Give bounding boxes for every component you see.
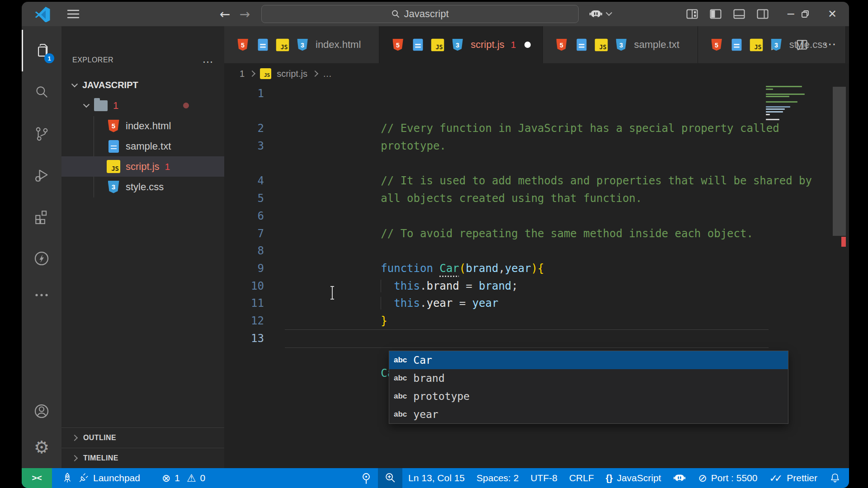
- tree-item[interactable]: 5 JS 3 script.js 1: [61, 156, 224, 177]
- suggestion-item[interactable]: abc Car: [389, 351, 788, 369]
- remote-indicator[interactable]: ><: [22, 468, 52, 488]
- explorer-sidebar: EXPLORER ⋯ JAVASCRIPT 5 JS 3: [61, 26, 224, 468]
- breadcrumb[interactable]: 1 JS script.js …: [224, 63, 849, 84]
- js-file-icon: JS: [260, 68, 271, 79]
- minimize-button[interactable]: −: [780, 8, 801, 20]
- run-debug-activity-icon[interactable]: [22, 155, 61, 196]
- zoom-indicator[interactable]: [378, 468, 402, 488]
- breadcrumb-folder[interactable]: 1: [240, 69, 245, 79]
- code-line[interactable]: 13 Car.prototype.: [224, 330, 849, 347]
- close-button[interactable]: ✕: [822, 8, 843, 20]
- language-mode[interactable]: {} JavaScript: [600, 468, 667, 488]
- sidebar-section[interactable]: OUTLINE: [61, 427, 224, 448]
- code-token: =: [453, 297, 472, 310]
- js-file-icon: JS: [107, 160, 120, 174]
- suggestion-label: brand: [413, 372, 444, 384]
- code-line[interactable]: 10 }: [224, 277, 849, 295]
- forward-arrow-icon[interactable]: →: [235, 7, 255, 22]
- tree-item[interactable]: 5 JS 3 style.css: [61, 177, 224, 197]
- toggle-panel-icon[interactable]: [733, 9, 745, 19]
- customize-layout-icon[interactable]: [686, 9, 698, 19]
- lightning-activity-icon[interactable]: [22, 238, 61, 279]
- breadcrumb-more[interactable]: …: [323, 69, 332, 79]
- workspace-root[interactable]: JAVASCRIPT: [61, 75, 224, 95]
- editor-tab[interactable]: 5 JS 3 sample.txt: [543, 26, 698, 63]
- mouse-cursor: [329, 286, 335, 300]
- text-file-icon: [411, 38, 425, 52]
- formatter-status[interactable]: ✓✓ Prettier: [763, 468, 823, 488]
- cursor-position[interactable]: Ln 13, Col 15: [402, 468, 471, 488]
- line-number: 9: [224, 260, 274, 277]
- code-line[interactable]: 7 function Car(brand,year){: [224, 225, 849, 243]
- suggestion-item[interactable]: abc prototype: [389, 387, 788, 405]
- restore-button[interactable]: [801, 10, 822, 18]
- code-token: =: [459, 280, 479, 292]
- more-views-icon[interactable]: [22, 279, 61, 311]
- notifications[interactable]: [823, 468, 849, 488]
- html-file-icon: 5: [710, 38, 723, 52]
- tree-item[interactable]: 5 JS 3 1: [61, 95, 224, 116]
- breadcrumb-file[interactable]: script.js: [277, 69, 307, 79]
- workspace-name: JAVASCRIPT: [82, 80, 138, 90]
- text-file-icon: [730, 38, 743, 52]
- back-arrow-icon[interactable]: ←: [215, 7, 235, 22]
- screencast-indicator[interactable]: [354, 468, 378, 488]
- code-line[interactable]: prototype.: [224, 103, 849, 120]
- menu-icon[interactable]: [67, 9, 80, 19]
- lightning-icon: [33, 250, 50, 267]
- tree-item[interactable]: 5 JS 3 index.html: [61, 116, 224, 136]
- code-text: [274, 312, 394, 330]
- code-line[interactable]: all objects created using that function.: [224, 155, 849, 173]
- suggestion-item[interactable]: abc brand: [389, 369, 788, 387]
- eol-sequence[interactable]: CRLF: [563, 468, 600, 488]
- person-icon: [33, 403, 50, 420]
- indentation[interactable]: Spaces: 2: [471, 468, 524, 488]
- code-line[interactable]: 11: [224, 295, 849, 312]
- search-activity-icon[interactable]: [22, 71, 61, 113]
- ellipsis-icon: [34, 293, 49, 297]
- scrollbar-thumb[interactable]: [833, 87, 846, 236]
- css-file-icon: 3: [451, 38, 464, 52]
- sidebar-section[interactable]: TIMELINE: [61, 448, 224, 468]
- css-file-icon: 3: [770, 38, 783, 52]
- explorer-activity-icon[interactable]: 1: [22, 30, 61, 71]
- html-file-icon: 5: [236, 38, 250, 52]
- copilot-status[interactable]: [667, 468, 692, 488]
- command-center-search[interactable]: Javascript: [261, 5, 579, 23]
- code-line[interactable]: 12: [224, 312, 849, 330]
- split-editor-icon[interactable]: [797, 40, 807, 50]
- unsaved-dot-icon[interactable]: [524, 42, 531, 48]
- code-text: // It is used to add methods and propert…: [274, 137, 812, 155]
- tree-item[interactable]: 5 JS 3 sample.txt: [61, 136, 224, 156]
- code-editor[interactable]: 1 // Every function in JavaScript has a …: [224, 84, 849, 468]
- code-line[interactable]: 6: [224, 207, 849, 225]
- plug-icon: [77, 472, 89, 484]
- settings-gear-icon[interactable]: ⚙: [22, 429, 61, 465]
- folder-icon: [94, 99, 108, 113]
- editor-tab[interactable]: 5 JS 3 script.js 1: [379, 26, 542, 63]
- copilot-menu[interactable]: [589, 8, 611, 20]
- account-icon[interactable]: [22, 393, 61, 429]
- toggle-secondary-sidebar-icon[interactable]: [757, 9, 769, 19]
- rocket-icon: [61, 472, 73, 484]
- extensions-activity-icon[interactable]: [22, 196, 61, 238]
- text-file-icon: [256, 38, 269, 52]
- encoding[interactable]: UTF-8: [524, 468, 563, 488]
- minimap[interactable]: [766, 86, 811, 115]
- toggle-sidebar-icon[interactable]: [710, 9, 722, 19]
- file-name: index.html: [126, 120, 171, 132]
- problems-status[interactable]: ⊗ 1 ⚠ 0: [156, 468, 211, 488]
- editor-tab[interactable]: 5 JS 3 index.html: [224, 26, 379, 63]
- sidebar-more-icon[interactable]: ⋯: [203, 60, 214, 64]
- code-line[interactable]: 5 // To avoid repeating the same method …: [224, 190, 849, 207]
- line-number: [224, 103, 274, 120]
- live-server-port[interactable]: ⊘ Port : 5500: [692, 468, 763, 488]
- launchpad-button[interactable]: Launchpad: [56, 468, 146, 488]
- suggestion-item[interactable]: abc year: [389, 405, 788, 423]
- code-token: this: [394, 280, 420, 292]
- code-line[interactable]: 1 // Every function in JavaScript has a …: [224, 85, 849, 103]
- editor-more-icon[interactable]: ···: [824, 38, 836, 52]
- source-control-activity-icon[interactable]: [22, 113, 61, 155]
- code-line[interactable]: 3 // It is used to add methods and prope…: [224, 137, 849, 155]
- code-line[interactable]: 8 this.brand = brand;: [224, 242, 849, 260]
